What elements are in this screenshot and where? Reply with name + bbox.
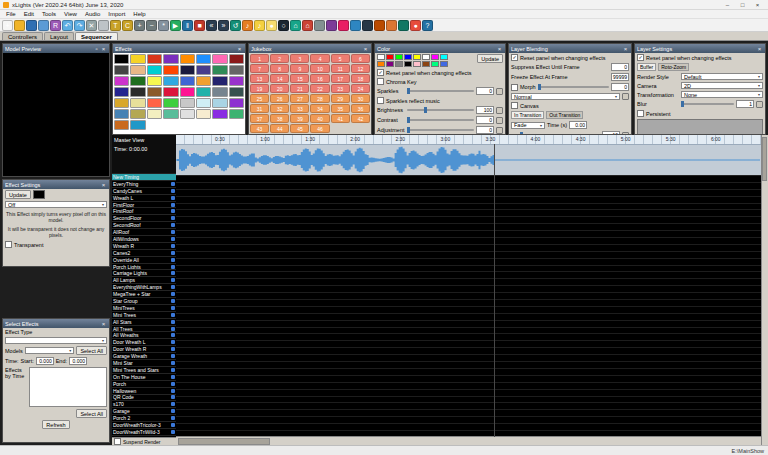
effect-galaxy-icon[interactable] — [196, 65, 211, 75]
refresh-button[interactable]: Refresh — [42, 420, 69, 429]
menu-help[interactable]: Help — [129, 11, 149, 17]
palette-swatch-6[interactable] — [422, 54, 430, 60]
jukebox-button-23[interactable]: 23 — [331, 84, 350, 93]
effect-shader-icon[interactable] — [229, 87, 244, 97]
track-row[interactable]: FirstFloor — [112, 202, 176, 209]
effect-music-icon[interactable] — [114, 87, 129, 97]
vertical-scrollbar[interactable] — [761, 135, 768, 445]
grid-row[interactable] — [176, 224, 761, 231]
jukebox-button-21[interactable]: 21 — [290, 84, 309, 93]
effect-assist-icon[interactable] — [398, 20, 409, 31]
jukebox-button-30[interactable]: 30 — [351, 94, 370, 103]
blending-reset-checkbox[interactable] — [511, 54, 518, 61]
effect-color-swatch[interactable] — [33, 190, 45, 199]
tab-controllers[interactable]: Controllers — [2, 32, 43, 40]
grid-row[interactable] — [176, 245, 761, 252]
grid-row[interactable] — [176, 348, 761, 355]
layer-settings-header[interactable]: Layer Settings × — [635, 44, 765, 53]
jukebox-button-35[interactable]: 35 — [331, 104, 350, 113]
output-to-lights-icon[interactable]: ● — [266, 20, 277, 31]
effect-snowstorm-icon[interactable] — [212, 98, 227, 108]
effect-select-dropdown[interactable]: Off▾ — [5, 201, 107, 208]
jukebox-button-12[interactable]: 12 — [351, 64, 370, 73]
track-row[interactable]: Carriage Lights — [112, 270, 176, 277]
grid-row[interactable] — [176, 210, 761, 217]
jukebox-button-20[interactable]: 20 — [270, 84, 289, 93]
menu-audio[interactable]: Audio — [81, 11, 104, 17]
buffer-reset-checkbox[interactable] — [637, 54, 644, 61]
pause-icon[interactable]: ‖ — [182, 20, 193, 31]
track-row[interactable]: All Trees — [112, 326, 176, 333]
grid-row[interactable] — [176, 376, 761, 383]
palette-swatch-11[interactable] — [395, 61, 403, 67]
transparent-checkbox[interactable] — [5, 241, 12, 248]
effect-spirograph-icon[interactable] — [114, 109, 129, 119]
track-row[interactable]: Garage — [112, 408, 176, 415]
zoom-in-icon[interactable]: + — [134, 20, 145, 31]
grid-row[interactable] — [176, 362, 761, 369]
jukebox-button-11[interactable]: 11 — [331, 64, 350, 73]
palette-swatch-13[interactable] — [413, 61, 421, 67]
layer-settings-toggle-icon[interactable] — [350, 20, 361, 31]
effect-curtain-icon[interactable] — [229, 54, 244, 64]
jukebox-button-19[interactable]: 19 — [250, 84, 269, 93]
effect-lines-icon[interactable] — [163, 76, 178, 86]
horizontal-scrollbar[interactable] — [176, 436, 761, 445]
effect-meteors-icon[interactable] — [212, 76, 227, 86]
freeze-field[interactable]: 99999 — [611, 73, 629, 81]
lock-icon[interactable] — [496, 127, 503, 134]
fast-forward-icon[interactable]: » — [218, 20, 229, 31]
palette-swatch-16[interactable] — [440, 61, 448, 67]
start-time-field[interactable]: 0.000 — [36, 357, 54, 365]
jukebox-button-3[interactable]: 3 — [290, 54, 309, 63]
grid-row[interactable] — [176, 397, 761, 404]
replay-section-icon[interactable]: ↺ — [230, 20, 241, 31]
grid-row[interactable] — [176, 204, 761, 211]
timeline-ruler[interactable]: 0:301:001:302:002:303:003:304:004:305:00… — [176, 135, 761, 145]
effect-shimmer-icon[interactable] — [130, 98, 145, 108]
brightness-slider[interactable] — [407, 109, 474, 111]
effect-sketch-icon[interactable] — [180, 98, 195, 108]
layer-blending-header[interactable]: Layer Blending × — [509, 44, 631, 53]
grid-row[interactable] — [176, 266, 761, 273]
grid-row[interactable] — [176, 279, 761, 286]
sparkles-value[interactable]: 0 — [476, 87, 494, 95]
menu-view[interactable]: View — [60, 11, 81, 17]
select-effects-header[interactable]: Select Effects × — [3, 319, 109, 328]
jukebox-button-34[interactable]: 34 — [310, 104, 329, 113]
track-row[interactable]: All Stars — [112, 319, 176, 326]
track-row[interactable]: Override All — [112, 257, 176, 264]
track-row[interactable]: All Lamps — [112, 277, 176, 284]
jukebox-button-45[interactable]: 45 — [290, 124, 309, 133]
track-row[interactable]: Porch Lights — [112, 264, 176, 271]
effect-snowflakes-icon[interactable] — [196, 98, 211, 108]
palette-swatch-2[interactable] — [386, 54, 394, 60]
jukebox-button-15[interactable]: 15 — [290, 74, 309, 83]
render-style-dropdown[interactable]: Default▾ — [681, 73, 763, 80]
display-elements-icon[interactable] — [314, 20, 325, 31]
models-dropdown[interactable]: ▾ — [25, 347, 75, 354]
jukebox-button-17[interactable]: 17 — [331, 74, 350, 83]
jukebox-button-1[interactable]: 1 — [250, 54, 269, 63]
timing-track-row[interactable]: New Timing — [112, 174, 176, 181]
jukebox-button-22[interactable]: 22 — [310, 84, 329, 93]
jukebox-button-4[interactable]: 4 — [310, 54, 329, 63]
grid-row[interactable] — [176, 328, 761, 335]
effect-plasma-icon[interactable] — [180, 87, 195, 97]
play-icon[interactable]: ▶ — [170, 20, 181, 31]
close-panel-icon[interactable]: × — [100, 46, 107, 52]
grid-row[interactable] — [176, 383, 761, 390]
track-row[interactable]: Star Group — [112, 298, 176, 305]
canvas-checkbox[interactable] — [511, 102, 518, 109]
chroma-key-checkbox[interactable] — [377, 78, 384, 85]
jukebox-button-27[interactable]: 27 — [290, 94, 309, 103]
effect-single-strand-icon[interactable] — [163, 98, 178, 108]
paste-by-cell-icon[interactable]: C — [122, 20, 133, 31]
adjustment-slider[interactable] — [407, 129, 474, 131]
grid-row[interactable] — [176, 321, 761, 328]
grid-row[interactable] — [176, 314, 761, 321]
track-row[interactable]: FirstRoof — [112, 208, 176, 215]
update-palette-button[interactable]: Update — [477, 54, 503, 63]
effect-type-dropdown[interactable]: ▾ — [5, 337, 107, 344]
audio-speed-icon[interactable]: ♪ — [254, 20, 265, 31]
